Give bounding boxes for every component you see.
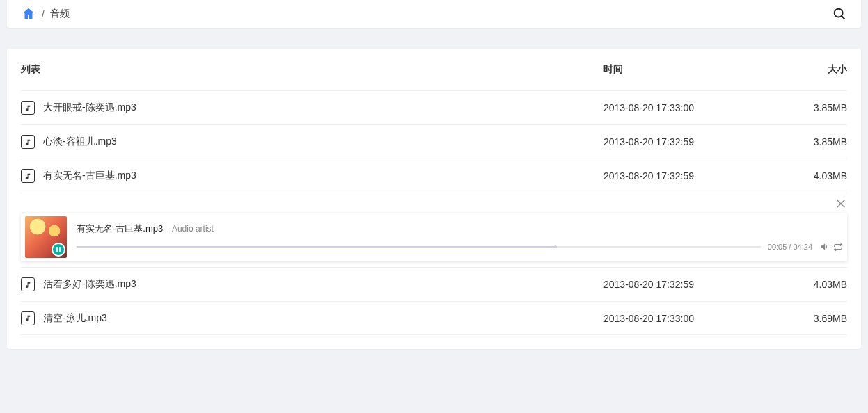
audio-player-area: 有实无名-古巨基.mp3 - Audio artist 00:05 / 04:2… xyxy=(21,193,847,267)
breadcrumb-bar: / 音频 xyxy=(7,0,861,28)
table-header: 列表 时间 大小 xyxy=(21,49,847,90)
file-name: 活着多好-陈奕迅.mp3 xyxy=(43,278,136,291)
audio-player: 有实无名-古巨基.mp3 - Audio artist 00:05 / 04:2… xyxy=(21,213,847,261)
table-row[interactable]: 心淡-容祖儿.mp3 2013-08-20 17:32:59 3.85MB xyxy=(21,124,847,159)
volume-icon[interactable] xyxy=(819,242,829,252)
close-icon[interactable] xyxy=(835,197,847,210)
file-list-panel: 列表 时间 大小 大开眼戒-陈奕迅.mp3 2013-08-20 17:33:0… xyxy=(7,49,861,349)
file-name: 心淡-容祖儿.mp3 xyxy=(43,136,117,148)
file-time: 2013-08-20 17:32:59 xyxy=(603,136,784,147)
file-name: 有实无名-古巨基.mp3 xyxy=(43,170,136,182)
music-file-icon xyxy=(21,135,35,149)
music-file-icon xyxy=(21,277,35,291)
file-time: 2013-08-20 17:33:00 xyxy=(603,102,784,113)
music-file-icon xyxy=(21,169,35,183)
progress-handle[interactable] xyxy=(554,245,557,248)
loop-icon[interactable] xyxy=(833,242,843,252)
progress-fill xyxy=(77,246,555,248)
file-size: 3.85MB xyxy=(784,102,847,113)
album-art[interactable] xyxy=(25,216,67,258)
table-row[interactable]: 大开眼戒-陈奕迅.mp3 2013-08-20 17:33:00 3.85MB xyxy=(21,90,847,124)
svg-line-1 xyxy=(842,16,844,19)
pause-icon[interactable] xyxy=(52,243,65,257)
file-time: 2013-08-20 17:32:59 xyxy=(603,170,784,181)
music-file-icon xyxy=(21,311,35,325)
time-display: 00:05 / 04:24 xyxy=(768,243,812,251)
table-row[interactable]: 有实无名-古巨基.mp3 2013-08-20 17:32:59 4.03MB xyxy=(21,159,847,193)
player-track-title: 有实无名-古巨基.mp3 xyxy=(77,222,163,235)
header-col-time: 时间 xyxy=(603,63,784,76)
header-col-name: 列表 xyxy=(21,63,603,76)
file-size: 4.03MB xyxy=(784,279,847,290)
table-row[interactable]: 活着多好-陈奕迅.mp3 2013-08-20 17:32:59 4.03MB xyxy=(21,267,847,301)
header-col-size: 大小 xyxy=(784,63,847,76)
svg-point-0 xyxy=(835,9,843,17)
file-name: 清空-泳儿.mp3 xyxy=(43,312,107,325)
music-file-icon xyxy=(21,101,35,115)
file-size: 3.69MB xyxy=(784,313,847,324)
breadcrumb-current[interactable]: 音频 xyxy=(50,8,70,20)
home-icon[interactable] xyxy=(21,6,36,22)
file-name: 大开眼戒-陈奕迅.mp3 xyxy=(43,102,136,114)
breadcrumb-separator: / xyxy=(42,8,45,19)
player-artist: - Audio artist xyxy=(167,224,214,234)
player-title-row: 有实无名-古巨基.mp3 - Audio artist xyxy=(77,222,843,235)
file-size: 3.85MB xyxy=(784,136,847,147)
file-time: 2013-08-20 17:33:00 xyxy=(603,313,784,324)
file-time: 2013-08-20 17:32:59 xyxy=(603,279,784,290)
file-size: 4.03MB xyxy=(784,170,847,181)
search-icon[interactable] xyxy=(832,6,847,22)
breadcrumb: / 音频 xyxy=(21,6,70,22)
table-row[interactable]: 清空-泳儿.mp3 2013-08-20 17:33:00 3.69MB xyxy=(21,301,847,335)
progress-bar[interactable] xyxy=(77,246,761,248)
